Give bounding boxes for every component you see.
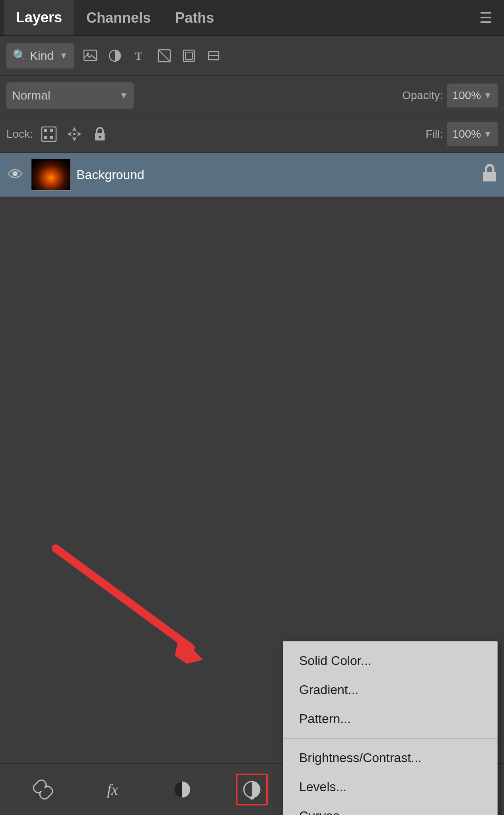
filter-bar: 🔍 Kind ▼ T <box>0 36 504 76</box>
svg-marker-18 <box>175 634 203 664</box>
tab-layers-label: Layers <box>16 9 62 26</box>
svg-rect-0 <box>84 50 97 60</box>
fill-mask-button[interactable] <box>166 774 198 805</box>
menu-section-tone: Brightness/Contrast... Levels... Curves.… <box>283 739 497 815</box>
tab-layers[interactable]: Layers <box>4 0 74 35</box>
layer-item-background[interactable]: 👁 Background <box>0 153 504 197</box>
svg-line-5 <box>158 50 170 62</box>
menu-item-pattern[interactable]: Pattern... <box>283 704 497 733</box>
context-menu: Solid Color... Gradient... Pattern... Br… <box>283 641 498 815</box>
filter-smart-icon[interactable] <box>180 47 198 64</box>
svg-rect-7 <box>185 52 193 59</box>
fill-dropdown-arrow: ▼ <box>483 129 492 139</box>
link-layers-button[interactable] <box>27 774 59 805</box>
opacity-dropdown-arrow: ▼ <box>483 90 492 101</box>
svg-rect-12 <box>50 129 53 132</box>
menu-item-brightness-contrast[interactable]: Brightness/Contrast... <box>283 743 497 772</box>
blend-dropdown-arrow: ▼ <box>119 90 128 101</box>
svg-point-1 <box>87 53 89 55</box>
svg-line-17 <box>56 548 191 648</box>
blend-row: Normal ▼ Opacity: 100% ▼ <box>0 76 504 115</box>
svg-rect-14 <box>50 136 53 139</box>
opacity-label: Opacity: <box>402 89 443 102</box>
blend-mode-dropdown[interactable]: Normal ▼ <box>6 82 134 109</box>
layer-list: 👁 Background <box>0 153 504 458</box>
fill-input[interactable]: 100% ▼ <box>447 122 498 146</box>
layer-thumbnail <box>31 159 71 191</box>
panel-menu-button[interactable]: ☰ <box>471 0 500 35</box>
lock-icons <box>40 125 109 143</box>
svg-text:T: T <box>135 50 142 62</box>
opacity-value: 100% <box>453 89 481 102</box>
lock-all-icon[interactable] <box>91 125 109 143</box>
tab-channels[interactable]: Channels <box>74 0 163 35</box>
layer-lock-icon <box>481 163 498 187</box>
opacity-input[interactable]: 100% ▼ <box>447 84 498 107</box>
svg-rect-13 <box>44 136 47 139</box>
menu-item-curves[interactable]: Curves... <box>283 801 497 815</box>
filter-kind-dropdown[interactable]: 🔍 Kind ▼ <box>6 43 74 68</box>
menu-item-levels[interactable]: Levels... <box>283 772 497 801</box>
lock-label: Lock: <box>6 128 33 140</box>
red-arrow-annotation <box>24 517 247 676</box>
new-adjustment-layer-button[interactable] <box>236 774 268 805</box>
svg-point-15 <box>73 133 76 135</box>
filter-text-icon[interactable]: T <box>131 47 148 64</box>
opacity-group: Opacity: 100% ▼ <box>402 84 498 107</box>
lock-row: Lock: Fill: 100% ▼ <box>0 115 504 153</box>
layer-name: Background <box>76 168 475 182</box>
tab-channels-label: Channels <box>86 10 151 26</box>
tab-paths[interactable]: Paths <box>163 0 226 35</box>
menu-section-fill: Solid Color... Gradient... Pattern... <box>283 641 497 739</box>
svg-rect-11 <box>44 129 47 132</box>
layer-visibility-icon[interactable]: 👁 <box>6 165 25 185</box>
fill-label: Fill: <box>426 128 443 140</box>
filter-image-icon[interactable] <box>82 47 99 64</box>
tab-paths-label: Paths <box>175 10 214 26</box>
search-icon: 🔍 <box>13 49 27 62</box>
lock-position-icon[interactable] <box>66 125 83 143</box>
menu-item-gradient[interactable]: Gradient... <box>283 675 497 704</box>
fill-value: 100% <box>453 128 481 140</box>
tab-bar: Layers Channels Paths ☰ <box>0 0 504 36</box>
add-style-button[interactable]: fx <box>97 774 128 805</box>
blend-mode-label: Normal <box>12 89 51 102</box>
filter-adjustment-icon[interactable] <box>106 47 124 64</box>
filter-extra-icon[interactable] <box>205 47 222 64</box>
menu-item-solid-color[interactable]: Solid Color... <box>283 646 497 675</box>
lock-pixels-icon[interactable] <box>40 125 58 143</box>
fill-group: Fill: 100% ▼ <box>426 122 498 146</box>
filter-icons: T <box>82 47 222 64</box>
filter-kind-label: Kind <box>30 49 54 62</box>
svg-point-16 <box>99 136 101 138</box>
kind-dropdown-arrow: ▼ <box>59 51 68 61</box>
layers-panel: Layers Channels Paths ☰ 🔍 Kind ▼ T <box>0 0 504 815</box>
filter-shape-icon[interactable] <box>156 47 173 64</box>
canvas-area: Solid Color... Gradient... Pattern... Br… <box>0 458 504 763</box>
